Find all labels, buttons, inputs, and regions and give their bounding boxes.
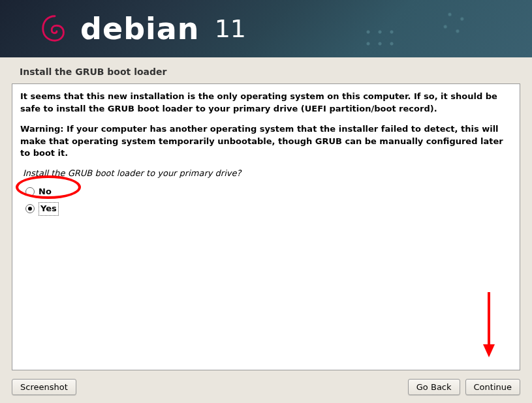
content-panel: It seems that this new installation is t… bbox=[12, 83, 520, 370]
svg-marker-1 bbox=[483, 344, 495, 357]
installer-window: debian 11 Install the GRUB boot loader I… bbox=[0, 0, 532, 403]
continue-button[interactable]: Continue bbox=[465, 379, 520, 395]
screenshot-button[interactable]: Screenshot bbox=[12, 379, 76, 395]
brand-name: debian bbox=[80, 11, 200, 46]
question-text: Install the GRUB boot loader to your pri… bbox=[23, 168, 512, 180]
logo: debian 11 bbox=[39, 11, 246, 46]
warning-paragraph: Warning: If your computer has another op… bbox=[20, 123, 512, 160]
annotation-arrow-icon bbox=[479, 289, 499, 365]
radio-yes-label: Yes bbox=[39, 202, 59, 216]
radio-no-label: No bbox=[39, 186, 52, 198]
go-back-button[interactable]: Go Back bbox=[408, 379, 460, 395]
radio-option-no[interactable]: No bbox=[22, 184, 512, 200]
radio-no-input[interactable] bbox=[25, 187, 35, 196]
page-title: Install the GRUB boot loader bbox=[0, 57, 532, 83]
footer-right-group: Go Back Continue bbox=[408, 379, 520, 395]
radio-option-yes[interactable]: Yes bbox=[22, 200, 512, 218]
brand-version: 11 bbox=[215, 14, 246, 43]
info-paragraph-1: It seems that this new installation is t… bbox=[20, 91, 512, 115]
debian-swirl-icon bbox=[39, 13, 70, 44]
header-banner: debian 11 bbox=[0, 0, 532, 57]
footer-bar: Screenshot Go Back Continue bbox=[12, 379, 520, 395]
radio-yes-input[interactable] bbox=[25, 204, 35, 213]
